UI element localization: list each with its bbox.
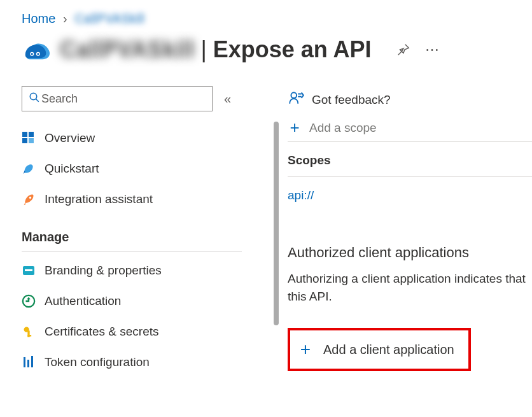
sidebar-item-certificates[interactable]: Certificates & secrets: [22, 316, 244, 347]
svg-marker-14: [27, 297, 31, 300]
authorized-apps-description: Authorizing a client application indicat…: [288, 270, 532, 305]
sidebar-item-label: Certificates & secrets: [45, 325, 159, 339]
scopes-heading: Scopes: [288, 142, 532, 177]
header-separator: |: [200, 36, 206, 63]
overview-icon: [22, 131, 36, 145]
svg-rect-18: [24, 357, 25, 367]
svg-rect-17: [27, 335, 31, 337]
feedback-link[interactable]: Got feedback?: [288, 86, 532, 120]
svg-rect-7: [29, 132, 34, 137]
authorized-apps-heading: Authorized client applications: [288, 244, 532, 261]
svg-rect-3: [38, 53, 39, 55]
sidebar-item-token[interactable]: Token configuration: [22, 347, 244, 378]
key-icon: [22, 325, 36, 339]
breadcrumb-app-name[interactable]: CallPVASkill: [74, 11, 144, 25]
sidebar: « Overview: [22, 86, 244, 378]
rocket-icon: [22, 192, 36, 206]
more-icon[interactable]: ⋯: [423, 39, 443, 60]
add-scope-button-dim[interactable]: + Add a scope: [288, 117, 532, 142]
token-config-icon: [22, 355, 36, 369]
feedback-label: Got feedback?: [312, 93, 391, 107]
breadcrumb: Home › CallPVASkill: [22, 11, 532, 26]
main-content: Got feedback? + Add a scope Scopes api:/…: [244, 86, 532, 378]
branding-icon: [22, 264, 36, 278]
sidebar-item-label: Token configuration: [45, 355, 150, 369]
page-title: Expose an API: [213, 36, 372, 63]
svg-rect-19: [27, 360, 29, 367]
svg-rect-8: [22, 138, 27, 143]
scope-uri-link[interactable]: api://: [288, 177, 532, 214]
sidebar-item-quickstart[interactable]: Quickstart: [22, 153, 244, 184]
search-input-wrapper[interactable]: [22, 86, 213, 111]
breadcrumb-home[interactable]: Home: [22, 11, 55, 25]
svg-point-21: [291, 92, 297, 98]
collapse-sidebar-icon[interactable]: «: [224, 92, 231, 106]
svg-rect-6: [22, 132, 27, 137]
sidebar-section-manage: Manage: [22, 215, 242, 251]
pin-icon[interactable]: [393, 39, 414, 60]
plus-icon: +: [298, 339, 313, 360]
add-client-application-button[interactable]: + Add a client application: [288, 328, 471, 371]
search-icon: [29, 92, 40, 106]
app-registration-icon: [22, 35, 51, 64]
sidebar-item-overview[interactable]: Overview: [22, 123, 244, 153]
add-client-label: Add a client application: [323, 343, 454, 357]
svg-line-5: [36, 99, 39, 102]
svg-point-10: [29, 197, 31, 199]
sidebar-item-label: Authentication: [45, 294, 121, 308]
svg-point-4: [30, 93, 37, 100]
svg-rect-20: [31, 356, 33, 367]
sidebar-item-label: Overview: [45, 131, 95, 145]
svg-rect-9: [29, 138, 34, 143]
header-app-name: CallPVASkill: [60, 36, 194, 63]
search-input[interactable]: [40, 92, 206, 106]
authentication-icon: [22, 294, 36, 308]
sidebar-item-integration[interactable]: Integration assistant: [22, 184, 244, 215]
sidebar-item-label: Integration assistant: [45, 192, 153, 206]
sidebar-item-label: Quickstart: [45, 162, 99, 176]
plus-icon: +: [288, 118, 302, 138]
quickstart-icon: [22, 162, 36, 176]
sidebar-item-authentication[interactable]: Authentication: [22, 286, 244, 316]
add-scope-label: Add a scope: [309, 121, 377, 135]
svg-rect-2: [31, 53, 33, 55]
sidebar-item-branding[interactable]: Branding & properties: [22, 255, 244, 286]
chevron-right-icon: ›: [63, 11, 67, 25]
feedback-icon: [288, 90, 304, 110]
page-header: CallPVASkill | Expose an API ⋯: [22, 35, 532, 64]
svg-rect-12: [25, 269, 32, 271]
sidebar-item-label: Branding & properties: [45, 264, 162, 278]
